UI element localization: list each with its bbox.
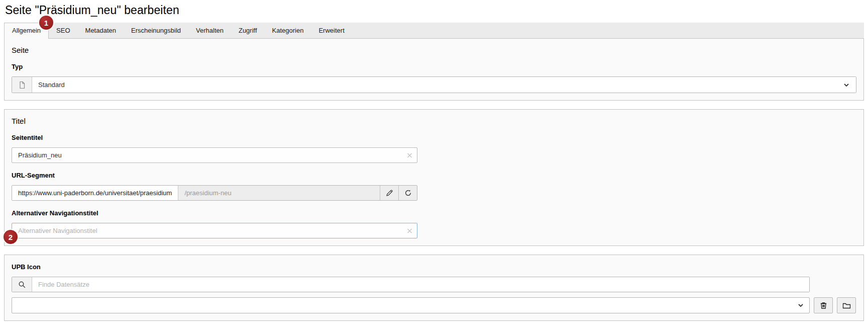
tab-bar: Allgemein SEO Metadaten Erscheinungsbild…: [4, 23, 864, 39]
search-icon: [12, 277, 32, 292]
typ-select[interactable]: Standard: [32, 77, 856, 93]
tab-erweitert[interactable]: Erweitert: [311, 23, 352, 38]
tab-verhalten[interactable]: Verhalten: [188, 23, 231, 38]
document-icon: [12, 77, 32, 93]
url-prefix: https://www.uni-paderborn.de/universitae…: [12, 186, 178, 200]
tab-seo[interactable]: SEO: [49, 23, 77, 38]
seitentitel-label: Seitentitel: [12, 134, 856, 141]
page-title: Seite "Präsidium_neu" bearbeiten: [5, 4, 868, 17]
refresh-icon: [404, 189, 412, 197]
chevron-down-icon: [797, 302, 804, 309]
altnav-field: [12, 223, 417, 238]
tab-kategorien[interactable]: Kategorien: [265, 23, 311, 38]
tab-zugriff[interactable]: Zugriff: [231, 23, 265, 38]
altnav-input[interactable]: [12, 223, 417, 238]
section-heading-titel: Titel: [12, 117, 856, 125]
upb-icon-label: UPB Icon: [12, 263, 856, 271]
typ-select-value: Standard: [38, 81, 65, 89]
delete-button[interactable]: [814, 297, 833, 313]
folder-icon: [842, 302, 851, 309]
typ-select-group: Standard: [12, 76, 856, 93]
icon-select-row: [12, 297, 856, 313]
chevron-down-icon: [843, 81, 850, 89]
tab-erscheinungsbild[interactable]: Erscheinungsbild: [124, 23, 188, 38]
url-segment-group: https://www.uni-paderborn.de/universitae…: [12, 185, 417, 201]
icon-select[interactable]: [12, 297, 810, 313]
clear-x-icon[interactable]: [407, 228, 412, 233]
tab-metadaten[interactable]: Metadaten: [78, 23, 124, 38]
seitentitel-input[interactable]: [12, 148, 417, 162]
section-heading-seite: Seite: [12, 46, 856, 54]
seitentitel-field: [12, 147, 417, 163]
fieldset-titel: Titel Seitentitel URL-Segment https://ww…: [4, 109, 864, 246]
browse-folder-button[interactable]: [837, 297, 856, 313]
typ-label: Typ: [12, 63, 856, 70]
trash-icon: [820, 301, 827, 309]
edit-pencil-icon: [386, 189, 393, 197]
annotation-badge-2: 2: [4, 230, 18, 244]
icon-search-group: [12, 277, 810, 292]
url-slug-input[interactable]: [178, 186, 380, 200]
clear-x-icon[interactable]: [407, 152, 412, 158]
recalculate-slug-button[interactable]: [398, 186, 417, 200]
fieldset-upb-icon: UPB Icon: [4, 255, 864, 321]
url-segment-label: URL-Segment: [12, 172, 856, 179]
icon-search-input[interactable]: [32, 277, 809, 292]
edit-slug-button[interactable]: [380, 186, 398, 200]
altnav-label: Alternativer Navigationstitel: [12, 209, 856, 217]
fieldset-seite: Seite Typ Standard: [4, 39, 864, 101]
annotation-badge-1: 1: [39, 16, 53, 30]
edit-form: Allgemein SEO Metadaten Erscheinungsbild…: [4, 23, 864, 321]
